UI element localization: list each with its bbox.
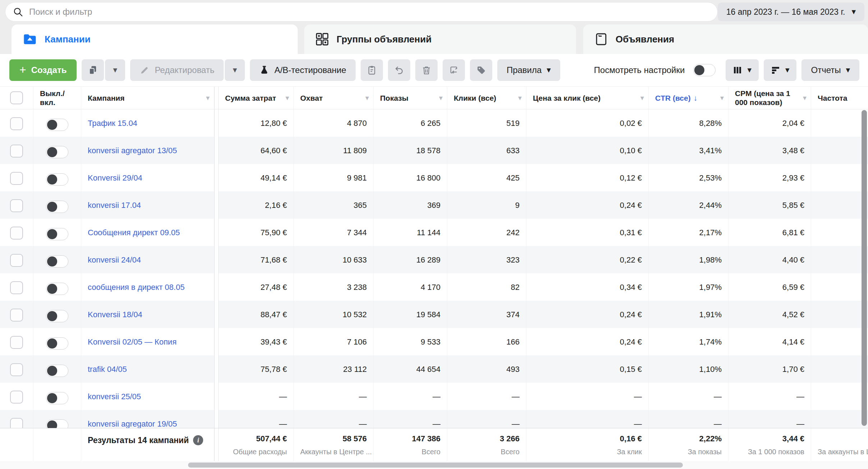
duplicate-dropdown-button[interactable]: ▼ — [105, 59, 125, 81]
rules-button[interactable]: Правила ▼ — [497, 59, 560, 81]
row-checkbox[interactable] — [10, 391, 23, 404]
campaign-toggle[interactable] — [46, 283, 68, 295]
campaign-toggle[interactable] — [46, 419, 68, 428]
ab-test-button[interactable]: А/B-тестирование — [250, 59, 356, 81]
horizontal-scrollbar[interactable] — [0, 461, 868, 469]
breakdown-button[interactable]: ▼ — [764, 59, 797, 81]
column-header-spend[interactable]: Сумма затрат ▼ — [219, 87, 294, 109]
edit-dropdown-button[interactable]: ▼ — [225, 59, 245, 81]
campaign-link[interactable]: konversii agregator 19/05 — [88, 419, 177, 428]
campaign-toggle[interactable] — [46, 255, 68, 268]
campaign-toggle[interactable] — [46, 337, 68, 350]
campaign-toggle[interactable] — [46, 201, 68, 213]
sort-caret-icon[interactable]: ▼ — [206, 94, 210, 103]
export-button[interactable] — [443, 59, 465, 81]
edit-button[interactable]: Редактировать — [130, 59, 224, 81]
column-header-campaign[interactable]: Кампания ▼ — [81, 87, 214, 109]
campaign-link[interactable]: Сообщения директ 09.05 — [88, 228, 180, 237]
vertical-scrollbar-thumb[interactable] — [862, 110, 867, 426]
campaign-link[interactable]: trafik 04/05 — [88, 365, 127, 374]
date-range-button[interactable]: 16 апр 2023 г. — 16 мая 2023 г. ▼ — [718, 3, 864, 21]
chevron-down-icon: ▼ — [846, 67, 850, 73]
sort-caret-icon[interactable]: ▼ — [803, 94, 807, 103]
cpc-cell: — — [526, 410, 649, 428]
footer-clicks-cell: 3 266 Всего — [447, 428, 526, 461]
reports-button[interactable]: Отчеты ▼ — [801, 59, 859, 81]
campaign-toggle[interactable] — [46, 173, 68, 186]
campaign-link[interactable]: Konversii 02/05 — Копия — [88, 337, 177, 346]
footer-frequency-cell: За аккаунты в Ц — [811, 428, 868, 461]
campaign-toggle[interactable] — [46, 392, 68, 404]
campaign-link[interactable]: konversii 17.04 — [88, 201, 141, 210]
footer-cpc-sublabel: За клик — [533, 448, 642, 456]
ads-page-icon — [594, 32, 608, 46]
column-header-cpc[interactable]: Цена за клик (все) ▼ — [526, 87, 649, 109]
frozen-pane-divider — [214, 164, 219, 191]
tab-campaigns[interactable]: Кампании — [12, 24, 298, 54]
table-row: konversii 25/05 — — — — — — — — [0, 383, 868, 410]
sort-caret-icon[interactable]: ▼ — [365, 94, 369, 103]
campaign-toggle[interactable] — [46, 119, 68, 131]
sort-caret-icon[interactable]: ▼ — [640, 94, 644, 103]
column-header-reach[interactable]: Охват ▼ — [294, 87, 374, 109]
campaign-toggle[interactable] — [46, 310, 68, 322]
campaign-toggle[interactable] — [46, 228, 68, 240]
horizontal-scrollbar-thumb[interactable] — [188, 463, 683, 468]
campaign-link[interactable]: konversii agregator 13/05 — [88, 146, 177, 155]
row-checkbox[interactable] — [10, 145, 23, 158]
campaign-toggle[interactable] — [46, 146, 68, 158]
delete-button[interactable] — [415, 59, 438, 81]
column-header-impressions-label: Показы — [380, 94, 408, 103]
undo-button[interactable] — [388, 59, 410, 81]
view-settings-toggle[interactable] — [693, 64, 716, 76]
row-checkbox[interactable] — [10, 227, 23, 240]
campaign-toggle[interactable] — [46, 365, 68, 377]
column-header-frequency[interactable]: Частота — [811, 87, 868, 109]
chevron-down-icon: ▼ — [785, 67, 790, 73]
columns-button[interactable]: ▼ — [726, 59, 759, 81]
select-all-checkbox[interactable] — [10, 91, 23, 104]
reach-cell: 9 981 — [294, 164, 374, 191]
info-icon[interactable]: i — [193, 435, 203, 445]
sort-caret-icon[interactable]: ▼ — [285, 94, 289, 103]
campaign-link[interactable]: Konversii 18/04 — [88, 310, 142, 319]
footer-frequency-value — [818, 434, 862, 443]
tab-ads[interactable]: Объявления — [583, 24, 868, 54]
row-checkbox[interactable] — [10, 336, 23, 349]
spend-cell: 39,43 € — [219, 328, 294, 355]
column-header-cpm[interactable]: CPM (цена за 1 000 показов) ▼ — [728, 87, 811, 109]
row-checkbox[interactable] — [10, 199, 23, 212]
campaign-link[interactable]: konversii 24/04 — [88, 255, 141, 264]
row-checkbox[interactable] — [10, 309, 23, 322]
column-header-ctr[interactable]: CTR (все) ↓ ▼ — [649, 87, 728, 109]
toggle-knob — [47, 284, 57, 294]
campaign-name-cell: сообщения в директ 08.05 — [81, 273, 214, 301]
sort-caret-icon[interactable]: ▼ — [439, 94, 443, 103]
spend-cell: — — [219, 383, 294, 410]
tag-icon — [476, 65, 486, 75]
paste-button[interactable] — [361, 59, 383, 81]
footer-ctr-value: 2,22% — [655, 434, 722, 443]
row-checkbox[interactable] — [10, 172, 23, 185]
row-checkbox[interactable] — [10, 363, 23, 376]
search-input[interactable]: Поиск и фильтр — [5, 2, 718, 22]
row-checkbox[interactable] — [10, 281, 23, 294]
campaign-link[interactable]: konversii 25/05 — [88, 392, 141, 401]
row-checkbox[interactable] — [10, 117, 23, 130]
sort-caret-icon[interactable]: ▼ — [518, 94, 522, 103]
campaign-link[interactable]: Konversii 29/04 — [88, 173, 142, 182]
row-checkbox[interactable] — [10, 254, 23, 267]
sort-caret-icon[interactable]: ▼ — [720, 94, 724, 103]
column-header-impressions[interactable]: Показы ▼ — [374, 87, 447, 109]
tab-ad-sets[interactable]: Группы объявлений — [304, 24, 576, 54]
impressions-cell: — — [374, 383, 447, 410]
ctr-cell: 1,74% — [649, 328, 728, 355]
column-header-clicks[interactable]: Клики (все) ▼ — [447, 87, 526, 109]
create-button[interactable]: + Создать — [9, 59, 77, 81]
campaign-link[interactable]: Трафик 15.04 — [88, 119, 137, 128]
campaign-link[interactable]: сообщения в директ 08.05 — [88, 283, 184, 292]
tag-button[interactable] — [470, 59, 492, 81]
row-checkbox[interactable] — [10, 418, 23, 428]
duplicate-button[interactable] — [82, 59, 104, 81]
clicks-cell: 323 — [447, 246, 526, 273]
